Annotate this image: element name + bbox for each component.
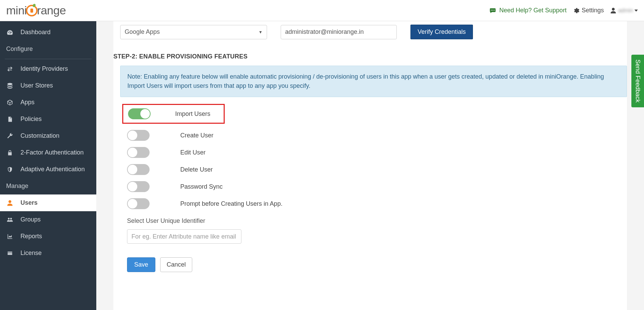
feature-create-user: Create User [127,130,627,141]
wrench-icon [6,133,14,139]
sidebar-label: Apps [20,99,34,106]
user-icon [610,7,617,14]
file-icon [6,116,14,123]
sidebar-item-users[interactable]: Users [0,194,96,211]
exchange-icon [6,66,14,72]
user-icon [6,200,14,206]
toggle-import-users[interactable] [128,108,151,119]
settings-link[interactable]: Settings [573,7,604,14]
sidebar-label: Identity Providers [20,65,68,72]
chart-icon [6,233,14,240]
chevron-down-icon: ▼ [258,30,263,35]
toggle-password-sync[interactable] [127,181,150,192]
username: admin [618,8,633,14]
cube-icon [6,99,14,106]
unique-id-label: Select User Unique Identifier [120,217,627,225]
sidebar-item-identity-providers[interactable]: Identity Providers [0,60,96,77]
logo-o-icon [26,5,38,16]
users-icon [6,216,14,223]
sidebar-label: User Stores [20,82,53,89]
feature-label: Password Sync [180,183,223,190]
sidebar-item-user-stores[interactable]: User Stores [0,77,96,94]
feature-label: Delete User [180,166,213,173]
sidebar-item-groups[interactable]: Groups [0,211,96,228]
sidebar-item-apps[interactable]: Apps [0,94,96,111]
shield-icon [6,166,14,173]
toggle-edit-user[interactable] [127,147,150,158]
help-label: Need Help? Get Support [499,7,566,14]
feature-prompt-create: Prompt before Creating Users in App. [127,198,627,209]
main-content: Google Apps ▼ Verify Credentials STEP-2:… [96,21,644,310]
caret-down-icon [634,10,638,12]
sidebar-item-2fa[interactable]: 2-Factor Authentication [0,144,96,161]
sidebar-item-dashboard[interactable]: Dashboard [0,24,96,41]
cancel-button[interactable]: Cancel [160,257,192,272]
chat-icon [489,7,496,14]
action-buttons: Save Cancel [120,257,627,272]
sidebar: Dashboard Configure Identity Providers U… [0,21,96,310]
logo-prefix: mini [6,4,27,17]
user-menu[interactable]: admin [610,7,638,14]
settings-label: Settings [582,7,604,14]
top-header: mini range Need Help? Get Support Settin… [0,0,644,21]
feature-import-users: Import Users [122,104,225,124]
feature-label: Create User [180,132,213,139]
sidebar-label: Reports [20,233,42,240]
sidebar-label: License [20,250,42,257]
save-button[interactable]: Save [127,257,155,272]
feature-password-sync: Password Sync [127,181,627,192]
tachometer-icon [6,29,14,36]
feature-label: Edit User [180,149,206,156]
sidebar-item-reports[interactable]: Reports [0,228,96,245]
sidebar-label: Adaptive Authentication [20,166,85,173]
sidebar-label: Users [20,199,38,206]
feature-delete-user: Delete User [127,164,627,175]
sidebar-label: 2-Factor Authentication [20,149,84,156]
sidebar-section-manage: Manage [0,178,96,194]
logo[interactable]: mini range [6,4,66,17]
feature-label: Import Users [175,110,210,118]
send-feedback-tab[interactable]: Send Feedback [631,55,644,107]
verify-credentials-button[interactable]: Verify Credentials [410,25,473,39]
sidebar-label: Dashboard [20,29,51,36]
feature-edit-user: Edit User [127,147,627,158]
toggle-create-user[interactable] [127,130,150,141]
toggle-delete-user[interactable] [127,164,150,175]
database-icon [6,82,14,89]
sidebar-section-configure: Configure [0,41,96,57]
help-support-link[interactable]: Need Help? Get Support [489,7,566,14]
sidebar-label: Customization [20,132,59,139]
toggle-prompt-create[interactable] [127,198,150,209]
sidebar-label: Groups [20,216,41,223]
step2-heading: STEP-2: ENABLE PROVISIONING FEATURES [113,46,627,66]
logo-suffix: range [37,4,66,17]
step1-credentials-row: Google Apps ▼ Verify Credentials [113,25,627,46]
features-list: Import Users Create User Edit User Delet… [120,104,627,209]
app-select-value: Google Apps [125,28,160,36]
sidebar-item-policies[interactable]: Policies [0,111,96,127]
lock-icon [6,149,14,156]
sidebar-item-adaptive[interactable]: Adaptive Authentication [0,161,96,178]
sidebar-label: Policies [20,116,42,123]
divider [5,59,92,59]
feature-label: Prompt before Creating Users in App. [180,200,282,207]
sidebar-item-customization[interactable]: Customization [0,127,96,144]
header-actions: Need Help? Get Support Settings admin [489,7,638,14]
admin-email-input[interactable] [281,25,397,39]
sidebar-item-license[interactable]: License [0,245,96,261]
card-icon [6,251,14,256]
unique-id-input[interactable] [127,229,241,244]
note-box: Note: Enabling any feature below will en… [120,66,627,97]
gear-icon [573,7,579,14]
app-select[interactable]: Google Apps ▼ [120,25,267,39]
